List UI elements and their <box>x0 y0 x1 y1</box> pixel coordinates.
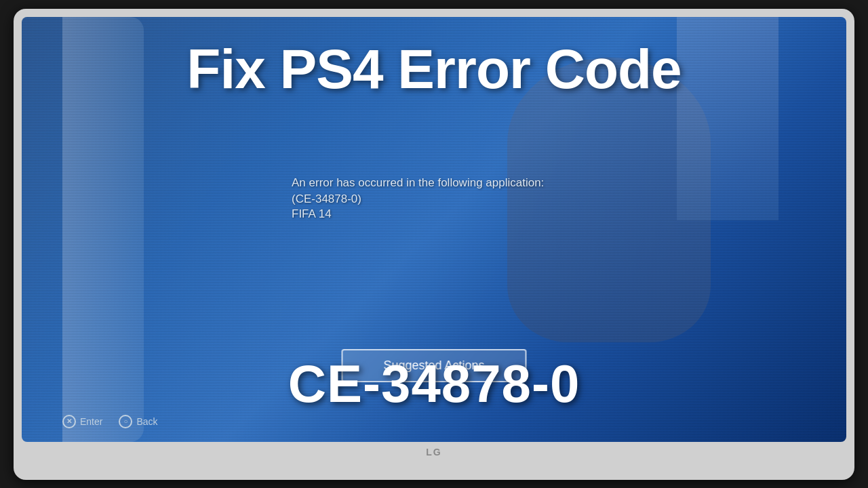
cross-icon: ✕ <box>62 415 76 428</box>
controls-bar: ✕ Enter ○ Back <box>62 415 158 428</box>
error-line3: FIFA 14 <box>292 207 576 221</box>
main-title: Fix PS4 Error Code <box>186 38 681 100</box>
back-label: Back <box>136 416 157 427</box>
subtitle-title: CE-34878-0 <box>288 354 580 413</box>
enter-label: Enter <box>80 416 102 427</box>
subtitle-overlay: CE-34878-0 <box>22 353 846 415</box>
lg-logo: LG <box>426 447 441 458</box>
tv-screen: Fix PS4 Error Code An error has occurred… <box>22 17 846 442</box>
title-overlay: Fix PS4 Error Code <box>22 37 846 101</box>
error-line1: An error has occurred in the following a… <box>292 176 576 190</box>
circle-icon: ○ <box>119 415 132 428</box>
back-control: ○ Back <box>119 415 157 428</box>
error-message-area: An error has occurred in the following a… <box>292 176 576 221</box>
tv-frame: Fix PS4 Error Code An error has occurred… <box>14 9 854 480</box>
tv-bottom-bar: LG <box>22 445 846 460</box>
enter-control: ✕ Enter <box>62 415 102 428</box>
error-line2: (CE-34878-0) <box>292 192 576 206</box>
